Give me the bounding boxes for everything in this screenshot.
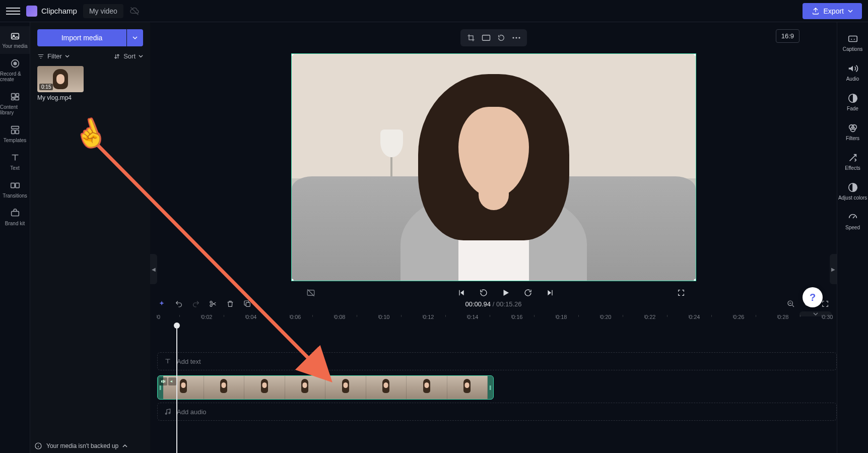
fit-button[interactable] — [481, 32, 492, 43]
ruler-tick: 0:22 — [645, 314, 655, 320]
brand-logo[interactable]: Clipchamp — [26, 6, 77, 17]
nav-templates[interactable]: Templates — [0, 120, 30, 148]
svg-point-19 — [518, 37, 520, 38]
help-button[interactable]: ? — [803, 287, 823, 307]
right-prop-rail: Captions Audio Fade Filters Effects Adju… — [837, 22, 868, 453]
prop-speed[interactable]: Speed — [837, 207, 868, 236]
sparkle-icon — [158, 300, 166, 308]
ruler-tick: 0:08 — [335, 314, 345, 320]
svg-line-0 — [130, 7, 138, 15]
nav-text[interactable]: Text — [0, 148, 30, 176]
menu-icon[interactable] — [6, 4, 20, 18]
ruler-tick: 0:26 — [733, 314, 744, 320]
playhead[interactable] — [176, 328, 177, 453]
resize-handle-sw[interactable] — [291, 279, 294, 281]
fade-icon — [847, 93, 858, 104]
svg-rect-35 — [164, 380, 165, 382]
video-preview[interactable] — [291, 53, 696, 281]
sort-button[interactable]: Sort — [113, 52, 143, 60]
chevron-down-icon — [132, 35, 138, 40]
upload-icon — [812, 7, 820, 15]
top-header: Clipchamp My video Export — [0, 0, 868, 22]
resize-handle-se[interactable] — [694, 279, 696, 281]
captions-icon — [847, 33, 858, 44]
prop-filters[interactable]: Filters — [837, 117, 868, 147]
export-button[interactable]: Export — [803, 3, 862, 19]
svg-rect-1 — [11, 33, 19, 39]
clip-handle-right[interactable]: ‖ — [488, 376, 493, 399]
collapse-media-panel[interactable]: ◀ — [150, 254, 157, 284]
left-nav-rail: Your media Record & create Content libra… — [0, 22, 30, 453]
record-icon — [10, 58, 21, 69]
timeline-ruler[interactable]: 00:020:040:060:080:100:120:140:160:180:2… — [150, 314, 837, 328]
project-name-input[interactable]: My video — [83, 4, 123, 18]
cloud-sync-disabled-icon[interactable] — [129, 6, 140, 16]
redo-button[interactable] — [191, 299, 201, 308]
library-icon — [10, 91, 21, 102]
clip-fade-icon — [159, 377, 167, 385]
ruler-tick: 0:20 — [600, 314, 611, 320]
nav-content-library[interactable]: Content library — [0, 87, 30, 120]
prop-captions[interactable]: Captions — [837, 28, 868, 58]
pip-button[interactable] — [496, 32, 507, 43]
collapse-prop-panel[interactable]: ▶ — [830, 254, 837, 284]
ruler-tick: 0:24 — [689, 314, 700, 320]
prop-adjust-colors[interactable]: Adjust colors — [837, 177, 868, 207]
delete-button[interactable] — [226, 299, 235, 308]
nav-brand-kit[interactable]: Brand kit — [0, 204, 30, 231]
svg-rect-14 — [11, 211, 19, 216]
split-button[interactable] — [209, 299, 218, 308]
duration-badge: 0:15 — [39, 84, 53, 90]
prop-fade[interactable]: Fade — [837, 88, 868, 117]
svg-rect-13 — [15, 183, 19, 187]
svg-point-28 — [210, 301, 212, 303]
audio-icon — [847, 63, 858, 74]
undo-icon — [175, 300, 183, 308]
timeline-toolbar: 00:00.94 / 00:15.26 — [150, 294, 837, 314]
media-thumbnail: 0:15 — [37, 66, 84, 92]
audio-track-placeholder[interactable]: Add audio — [157, 403, 837, 421]
svg-rect-6 — [16, 94, 19, 97]
clipchamp-logo-icon — [26, 6, 37, 17]
text-icon — [164, 357, 172, 365]
svg-rect-8 — [15, 97, 19, 100]
media-item[interactable]: 0:15 My vlog.mp4 — [37, 66, 84, 101]
undo-button[interactable] — [174, 299, 183, 308]
clip-badges — [159, 377, 176, 385]
backup-status[interactable]: Your media isn't backed up — [34, 442, 127, 450]
ruler-tick: 0 — [157, 314, 160, 320]
prop-audio[interactable]: Audio — [837, 58, 868, 88]
svg-rect-15 — [469, 36, 473, 40]
ruler-tick: 0:06 — [290, 314, 301, 320]
more-button[interactable] — [511, 32, 522, 43]
svg-rect-11 — [15, 130, 18, 134]
svg-rect-10 — [11, 130, 14, 134]
redo-icon — [192, 300, 200, 308]
nav-record-create[interactable]: Record & create — [0, 54, 30, 87]
zoom-out-button[interactable] — [786, 299, 795, 308]
media-icon — [10, 30, 21, 41]
prop-effects[interactable]: Effects — [837, 147, 868, 177]
brand-name: Clipchamp — [41, 7, 77, 15]
import-media-dropdown[interactable] — [127, 29, 143, 46]
rotate-icon — [497, 34, 505, 42]
sparkle-button[interactable] — [157, 299, 166, 308]
filters-icon — [847, 122, 858, 134]
media-filename: My vlog.mp4 — [37, 94, 84, 101]
video-clip[interactable]: ‖ ‖ — [157, 375, 494, 400]
chevron-up-icon — [122, 443, 127, 448]
nav-transitions[interactable]: Transitions — [0, 176, 30, 204]
ruler-tick: 0:16 — [512, 314, 522, 320]
svg-rect-33 — [161, 380, 162, 382]
duplicate-button[interactable] — [243, 299, 252, 308]
aspect-ratio-button[interactable]: 16:9 — [776, 29, 799, 43]
svg-rect-30 — [246, 302, 250, 306]
text-track-placeholder[interactable]: Add text — [157, 352, 837, 370]
crop-button[interactable] — [465, 32, 477, 43]
copy-icon — [243, 300, 251, 308]
svg-rect-9 — [11, 126, 19, 129]
import-media-button[interactable]: Import media — [37, 29, 126, 46]
speed-icon — [847, 212, 858, 223]
filter-button[interactable]: Filter — [37, 52, 70, 60]
nav-your-media[interactable]: Your media — [0, 26, 30, 54]
